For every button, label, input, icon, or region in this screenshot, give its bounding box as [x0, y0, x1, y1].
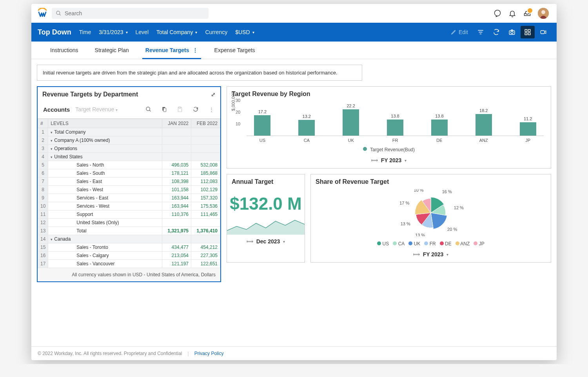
annual-time-picker[interactable]: ⟾ Dec 2023 ▾ [227, 236, 305, 249]
privacy-policy-link[interactable]: Privacy Policy [194, 351, 224, 356]
tab-expense-targets[interactable]: Expense Targets [211, 42, 258, 59]
reload-icon[interactable] [191, 104, 201, 114]
table-row[interactable]: 3 ▾Operations [38, 145, 220, 153]
svg-rect-19 [179, 107, 180, 108]
col-levels: LEVELS [48, 119, 162, 128]
table-row[interactable]: 12 United States (Only) [38, 219, 220, 227]
search-input[interactable] [65, 10, 205, 16]
dashboard-icon[interactable] [521, 26, 535, 38]
panel-title: Share of Revenue Target [311, 174, 551, 187]
legend-item-DE[interactable]: DE [440, 241, 452, 246]
table-row[interactable]: 16 Sales - Calgary 213,054 227,305 [38, 252, 220, 260]
legend-item-US[interactable]: US [377, 241, 389, 246]
svg-point-0 [56, 11, 60, 14]
chevron-down-icon: ▾ [446, 252, 448, 257]
table-row[interactable]: 9 Services - East 163,944 157,320 [38, 194, 220, 202]
avatar[interactable] [538, 8, 549, 19]
table-row[interactable]: 14 ▾Canada [38, 235, 220, 243]
svg-rect-18 [163, 108, 166, 112]
svg-point-15 [146, 107, 150, 111]
table-row[interactable]: 5 Sales - North 496,035 532,008 [38, 161, 220, 169]
col-jan: JAN 2022 [162, 119, 191, 128]
target-revenue-dropdown[interactable]: Target Revenue ▾ [75, 106, 118, 112]
svg-rect-14 [541, 31, 544, 34]
pie-chart: 16 %12 %20 %13 %13 %17 %10 % [380, 189, 482, 236]
svg-point-9 [511, 31, 513, 34]
bar-DE[interactable]: 13.8DE [423, 114, 455, 136]
copy-icon[interactable] [159, 104, 169, 114]
region-time-picker[interactable]: ⟾ FY 2023 ▾ [227, 155, 551, 168]
currency-footnote: All currency values shown in USD - Unite… [38, 268, 220, 281]
chevron-down-icon: ▾ [195, 30, 197, 34]
time-label: Time [79, 29, 91, 35]
search-input-wrap[interactable] [52, 8, 209, 19]
chat-icon[interactable] [493, 9, 502, 18]
bar-ANZ[interactable]: 18.2ANZ [468, 108, 499, 136]
edit-button[interactable]: Edit [447, 29, 472, 35]
annual-target-value: $132.0 M [227, 187, 305, 216]
bar-UK[interactable]: 22.2UK [335, 103, 367, 136]
tab-instructions[interactable]: Instructions [47, 42, 82, 59]
range-icon: ⟾ [413, 252, 420, 257]
table-row[interactable]: 11 Support 110,376 111,465 [38, 210, 220, 219]
y-axis-label: $,000,000 [231, 92, 236, 111]
workday-logo[interactable] [36, 7, 49, 20]
panel-title: Target Revenue by Region [227, 87, 551, 99]
legend-item-ANZ[interactable]: ANZ [456, 241, 470, 246]
svg-text:17 %: 17 % [399, 201, 409, 205]
range-icon: ⟾ [247, 239, 253, 244]
svg-rect-10 [525, 29, 527, 31]
table-row[interactable]: 8 Sales - West 101,158 102,129 [38, 186, 220, 194]
legend-item-JP[interactable]: JP [474, 241, 484, 246]
col-feb: FEB 2022 [191, 119, 220, 128]
table-row[interactable]: 4 ▾United States [38, 153, 220, 161]
share-time-picker[interactable]: ⟾ FY 2023 ▾ [311, 249, 551, 262]
bar-CA[interactable]: 13.2CA [291, 114, 323, 136]
level-picker[interactable]: Total Company▾ [156, 29, 197, 35]
tab-revenue-targets[interactable]: Revenue Targets⋮ [142, 42, 201, 59]
table-row[interactable]: 10 Services - West 163,944 175,536 [38, 202, 220, 210]
bar-US[interactable]: 17.2US [247, 109, 278, 136]
chevron-down-icon: ▾ [252, 30, 254, 34]
table-row[interactable]: 1 ▾Total Company [38, 128, 220, 136]
svg-line-1 [59, 14, 60, 15]
video-icon[interactable] [536, 26, 550, 38]
kebab-icon[interactable]: ⋮ [189, 47, 198, 53]
svg-rect-11 [528, 29, 530, 31]
table-row[interactable]: 17 Sales - Vancouver 121,197 122,651 [38, 260, 220, 268]
filter-icon[interactable] [474, 26, 488, 38]
svg-rect-12 [525, 33, 527, 35]
svg-rect-13 [528, 33, 530, 35]
tab-strategic-plan[interactable]: Strategic Plan [92, 42, 132, 59]
pie-slice-UK[interactable] [431, 213, 447, 229]
currency-picker[interactable]: $USD▾ [235, 29, 254, 35]
pencil-icon [451, 29, 456, 35]
table-row[interactable]: 7 Sales - East 108,398 112,083 [38, 178, 220, 186]
bell-icon[interactable] [508, 9, 517, 18]
range-icon: ⟾ [371, 158, 378, 163]
expand-icon[interactable]: ⤢ [211, 91, 216, 98]
kebab-icon[interactable]: ⋮ [206, 104, 216, 114]
camera-icon[interactable] [505, 26, 519, 38]
svg-line-16 [149, 110, 151, 111]
svg-text:12 %: 12 % [454, 205, 464, 210]
search-icon[interactable] [143, 104, 154, 114]
table-row[interactable]: 2 ▾Company A (100% owned) [38, 136, 220, 145]
time-picker[interactable]: 3/31/2023▾ [99, 29, 127, 35]
inbox-icon[interactable] [523, 9, 532, 18]
refresh-icon[interactable] [489, 26, 503, 38]
table-row[interactable]: 15 Sales - Toronto 434,477 454,212 [38, 243, 220, 252]
bar-FR[interactable]: 13.8FR [379, 114, 411, 136]
legend-item-UK[interactable]: UK [408, 241, 420, 246]
table-row[interactable]: 13 Total 1,321,975 1,376,410 [38, 227, 220, 235]
table-row[interactable]: 6 Sales - South 178,121 185,868 [38, 169, 220, 178]
legend-item-CA[interactable]: CA [393, 241, 405, 246]
save-icon[interactable] [175, 104, 185, 114]
panel-title: Annual Target [227, 174, 305, 187]
copyright-text: © 2022 Workday, Inc. All rights reserved… [38, 351, 182, 356]
bar-JP[interactable]: 11.2JP [512, 116, 544, 136]
chevron-down-icon: ▾ [405, 158, 407, 163]
svg-text:16 %: 16 % [442, 189, 452, 194]
legend-item-FR[interactable]: FR [424, 241, 436, 246]
level-label: Level [136, 29, 149, 35]
